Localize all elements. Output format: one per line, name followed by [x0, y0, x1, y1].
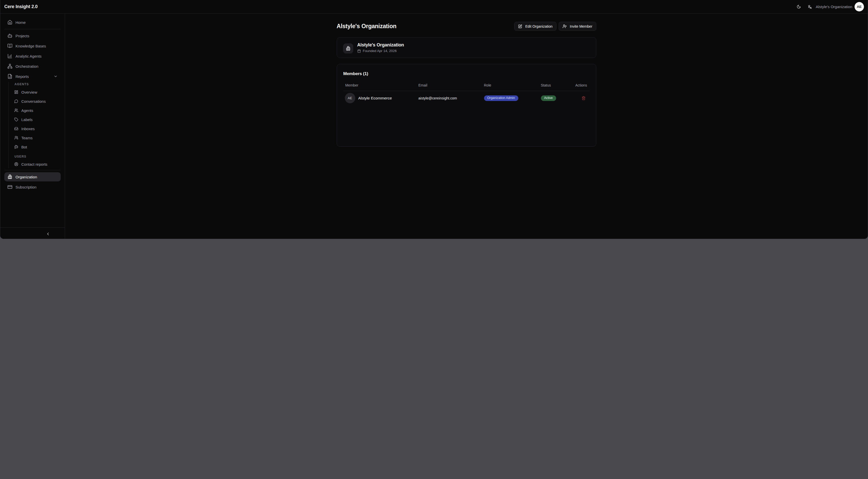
sidebar-item-label: Bot: [21, 145, 27, 149]
content: Alstyle's Organization Edit Organization…: [337, 14, 596, 147]
app-window: Cere Insight 2.0 Alstyle's Organization …: [0, 0, 868, 239]
sidebar: Home Projects Knowledge Bases Analytic A…: [0, 14, 65, 239]
member-avatar: AE: [345, 93, 355, 103]
topbar: Cere Insight 2.0 Alstyle's Organization …: [0, 0, 868, 14]
sidebar-item-conversations[interactable]: Conversations: [14, 97, 61, 105]
sidebar-item-projects[interactable]: Projects: [4, 31, 61, 40]
sidebar-item-agents[interactable]: Agents: [14, 106, 61, 114]
home-icon: [7, 20, 12, 25]
sidebar-item-label: Projects: [16, 34, 29, 38]
building-icon: [7, 174, 12, 179]
page-title: Alstyle's Organization: [337, 23, 397, 30]
bot-message-icon: [14, 145, 18, 149]
sidebar-divider: [4, 170, 61, 170]
sidebar-item-teams[interactable]: Teams: [14, 134, 61, 142]
app-brand: Cere Insight 2.0: [4, 4, 38, 9]
sidebar-item-label: Teams: [21, 136, 32, 140]
square-pen-icon: [518, 24, 522, 28]
moon-icon: [797, 5, 801, 9]
section-label-users: USERS: [14, 154, 61, 159]
reports-submenu: AGENTS Overview Conversations Agents: [8, 82, 61, 168]
member-email: aistyle@cereinsight.com: [416, 96, 482, 100]
sidebar-item-overview[interactable]: Overview: [14, 88, 61, 96]
circle-user-icon: [14, 162, 18, 166]
page-actions: Edit Organization Invite Member: [514, 22, 596, 31]
members-title: Members (1): [343, 70, 590, 77]
chevron-down-icon: [54, 74, 58, 78]
bot-icon: [7, 33, 12, 38]
sidebar-item-label: Inboxes: [21, 127, 35, 131]
sidebar-item-label: Conversations: [21, 99, 46, 104]
translate-icon: [808, 5, 812, 9]
member-row: AE Alstyle Ecommerce aistyle@cereinsight…: [343, 91, 590, 105]
users-icon: [14, 108, 18, 112]
building-icon: [346, 46, 351, 51]
sidebar-item-knowledge-bases[interactable]: Knowledge Bases: [4, 41, 61, 50]
organization-info: Alstyle's Organization Founded Apr 14, 2…: [357, 42, 404, 53]
topbar-org-name[interactable]: Alstyle's Organization: [816, 5, 852, 9]
column-header-member: Member: [343, 83, 416, 87]
sidebar-nav: Home Projects Knowledge Bases Analytic A…: [0, 14, 65, 227]
member-name: Alstyle Ecommerce: [358, 96, 392, 100]
members-table-header: Member Email Role Status Actions: [343, 80, 590, 91]
member-cell: AE Alstyle Ecommerce: [343, 93, 416, 103]
sidebar-collapse-button[interactable]: [44, 230, 52, 238]
sidebar-item-label: Orchestration: [16, 64, 38, 69]
sidebar-item-reports[interactable]: Reports: [4, 72, 61, 81]
sidebar-item-organization[interactable]: Organization: [4, 172, 61, 181]
user-avatar[interactable]: AE: [855, 2, 864, 11]
sidebar-item-label: Home: [16, 20, 26, 25]
sidebar-footer: [0, 227, 65, 239]
role-badge: Organization Admin: [484, 95, 518, 101]
sidebar-item-label: Overview: [21, 90, 37, 94]
sidebar-item-label: Labels: [21, 117, 32, 122]
file-chart-icon: [7, 74, 12, 79]
sidebar-item-label: Contact reports: [21, 162, 48, 166]
sidebar-item-bot[interactable]: Bot: [14, 143, 61, 151]
users-round-icon: [14, 136, 18, 140]
column-header-email: Email: [416, 83, 482, 87]
sidebar-item-subscription[interactable]: Subscription: [4, 182, 61, 192]
section-label-agents: AGENTS: [14, 82, 61, 87]
sidebar-item-orchestration[interactable]: Orchestration: [4, 62, 61, 71]
organization-avatar: [343, 43, 353, 54]
dark-mode-toggle[interactable]: [794, 2, 804, 12]
page-header: Alstyle's Organization Edit Organization…: [337, 22, 596, 31]
network-icon: [7, 64, 12, 69]
topbar-right: Alstyle's Organization AE: [794, 2, 864, 12]
sidebar-item-inboxes[interactable]: Inboxes: [14, 125, 61, 133]
sidebar-item-home[interactable]: Home: [4, 18, 61, 27]
layout-dashboard-icon: [14, 90, 18, 94]
sidebar-item-label: Analytic Agents: [16, 54, 42, 58]
member-status-cell: Active: [539, 95, 574, 101]
organization-founded: Founded Apr 14, 2026: [357, 49, 404, 53]
main-area: Alstyle's Organization Edit Organization…: [65, 14, 868, 239]
sidebar-item-analytic-agents[interactable]: Analytic Agents: [4, 52, 61, 61]
invite-member-button[interactable]: Invite Member: [559, 22, 596, 31]
sidebar-item-contact-reports[interactable]: Contact reports: [14, 160, 61, 168]
delete-member-button[interactable]: [580, 94, 588, 102]
column-header-status: Status: [539, 83, 574, 87]
user-plus-icon: [562, 24, 567, 28]
edit-organization-label: Edit Organization: [525, 24, 552, 28]
trash-icon: [582, 96, 586, 100]
sidebar-item-labels[interactable]: Labels: [14, 115, 61, 124]
member-actions-cell: [574, 94, 590, 102]
organization-name: Alstyle's Organization: [357, 42, 404, 48]
status-badge: Active: [541, 95, 556, 101]
column-header-role: Role: [482, 83, 539, 87]
table-spacer: [343, 105, 590, 146]
organization-card: Alstyle's Organization Founded Apr 14, 2…: [337, 37, 596, 58]
edit-organization-button[interactable]: Edit Organization: [514, 22, 556, 31]
sidebar-item-label: Organization: [16, 175, 37, 179]
column-header-actions: Actions: [574, 83, 590, 87]
credit-card-icon: [7, 184, 12, 190]
language-button[interactable]: [805, 2, 815, 12]
inbox-icon: [14, 127, 18, 131]
book-open-icon: [7, 43, 12, 48]
members-card: Members (1) Member Email Role Status Act…: [337, 64, 596, 147]
sidebar-item-label: Knowledge Bases: [16, 44, 46, 48]
sidebar-divider: [4, 29, 61, 29]
organization-founded-label: Founded Apr 14, 2026: [363, 49, 397, 53]
member-role-cell: Organization Admin: [482, 95, 539, 101]
